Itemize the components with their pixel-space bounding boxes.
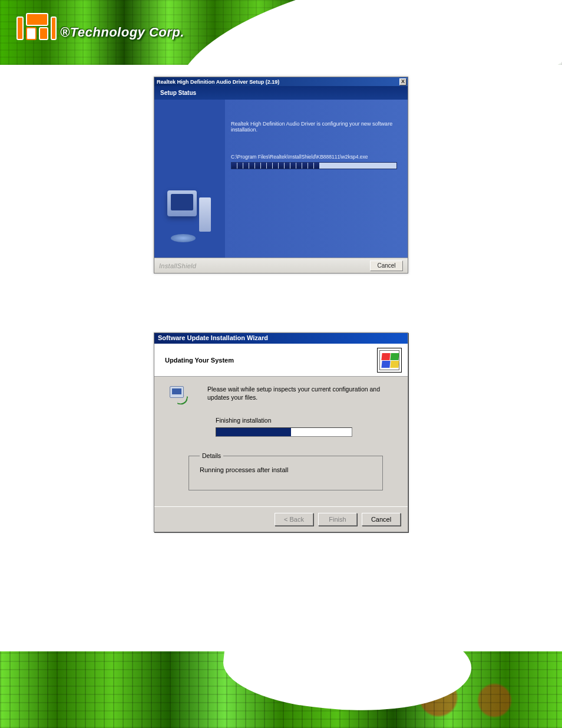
dialog2-title: Software Update Installation Wizard [158, 334, 268, 341]
details-group: Details Running processes after install [189, 452, 383, 490]
company-logo-block: ®Technology Corp. [16, 13, 184, 41]
brand-text: ®Technology Corp. [60, 25, 184, 41]
details-legend: Details [200, 452, 223, 459]
header-banner: ®Technology Corp. [0, 0, 562, 65]
cancel-button[interactable]: Cancel [370, 261, 403, 271]
dialog2-stage-text: Finishing installation [216, 417, 397, 424]
cancel-button[interactable]: Cancel [362, 513, 401, 526]
back-button[interactable]: < Back [275, 513, 313, 526]
dialog2-description: Please wait while setup inspects your cu… [207, 385, 397, 401]
computer-refresh-icon [170, 386, 189, 405]
dialog1-subheading: Setup Status [154, 86, 408, 100]
dialog2-body: Please wait while setup inspects your cu… [154, 377, 408, 506]
dialog1-titlebar: Realtek High Definition Audio Driver Set… [154, 77, 408, 86]
finish-button[interactable]: Finish [318, 513, 357, 526]
iei-logo-icon [16, 13, 57, 41]
software-update-wizard-dialog: Software Update Installation Wizard Upda… [154, 332, 408, 532]
installshield-brand-label: InstallShield [159, 262, 196, 269]
dialog2-titlebar: Software Update Installation Wizard [154, 333, 408, 344]
windows-flag-icon [377, 348, 402, 373]
footer-swoosh [220, 603, 475, 723]
dialog1-path-text: C:\Program Files\Realtek\InstallShield\K… [231, 154, 397, 160]
dialog1-progress-bar [231, 162, 397, 169]
close-icon[interactable]: X [399, 78, 406, 85]
dialog1-footer: InstallShield Cancel [154, 258, 408, 273]
computer-illustration-icon [165, 187, 212, 240]
dialog1-body: Realtek High Definition Audio Driver is … [154, 100, 408, 258]
dialog2-progress-bar [216, 427, 352, 437]
footer-banner [0, 651, 562, 728]
dialog1-title: Realtek High Definition Audio Driver Set… [157, 79, 279, 85]
dialog2-header-panel: Updating Your System [154, 344, 408, 377]
dialog1-status-text: Realtek High Definition Audio Driver is … [231, 121, 397, 133]
dialog2-heading: Updating Your System [165, 357, 234, 364]
details-text: Running processes after install [200, 466, 374, 473]
realtek-installshield-dialog: Realtek High Definition Audio Driver Set… [154, 77, 408, 274]
dialog2-footer: < Back Finish Cancel [154, 506, 408, 532]
header-swoosh [164, 0, 562, 65]
